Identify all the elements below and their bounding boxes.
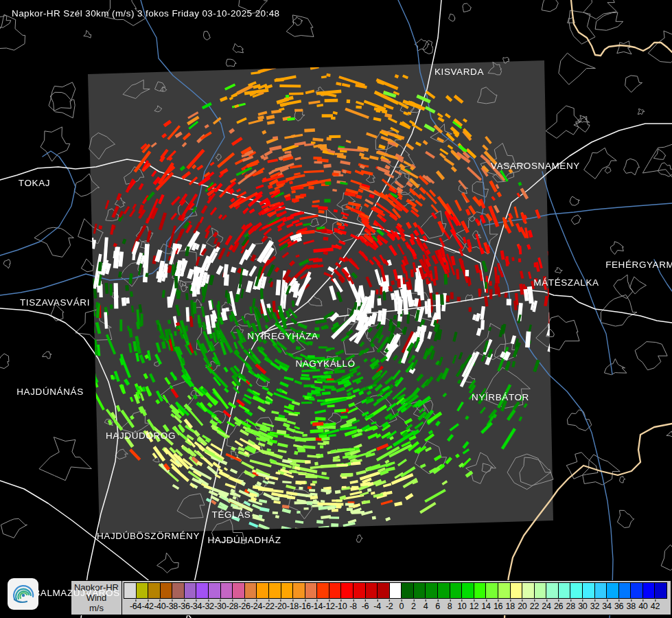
legend-cell [582,582,595,599]
legend-cell [485,582,498,599]
legend-scale-number: -38 [166,602,178,611]
legend-cell [461,582,474,599]
legend-cell [437,582,450,599]
legend-cell [618,582,632,599]
cyclone-spiral-icon [10,581,36,607]
legend-cell [340,582,354,599]
legend-scale-number: -34 [190,602,202,611]
legend-cell [220,582,233,599]
legend-title-line1: Napkor-HR [74,582,119,593]
legend-cell [510,582,523,599]
legend-scale-number: -26 [238,602,250,611]
legend-colorbar [124,582,667,599]
legend-cell [292,582,305,599]
legend-cell [534,582,547,599]
legend-scale-number: -16 [299,602,310,611]
legend-cell [208,582,221,599]
legend-scale-number: 18 [506,602,515,611]
legend-title-line2: Wind [86,593,107,603]
legend-cell [425,582,438,599]
legend-cell [450,582,463,599]
legend-scale-number: -10 [335,602,347,611]
legend-cell [353,582,366,599]
legend-cell [184,582,197,599]
legend-scale-number: -36 [178,602,189,611]
legend-scale-number: -42 [142,602,154,611]
legend-scale-number: 0 [399,602,404,611]
legend-cell [594,582,607,599]
legend-scale-number: 42 [651,602,660,611]
legend-scale-number: -12 [323,602,335,611]
legend-cell [401,582,414,599]
legend-scale-number: -30 [214,602,226,611]
legend-cell [148,582,161,599]
legend-scale-number: -22 [263,602,275,611]
legend-scale-number: -8 [349,602,357,611]
legend-scale-number: 16 [494,602,502,611]
legend-scale-number: 28 [566,602,575,611]
legend-cell [642,582,656,599]
app-logo [8,578,38,610]
legend-cell [570,582,583,599]
legend-cell [389,582,402,599]
legend-scale-number: -40 [154,602,165,611]
legend-scale-number: -64 [130,602,141,611]
radar-map-canvas [0,0,672,618]
legend-cell [281,582,294,599]
legend-scale-number: 38 [627,602,636,611]
legend-scale-number: 14 [481,602,490,611]
legend-scale-number: -2 [386,602,393,611]
legend-scale-number: 32 [590,602,599,611]
legend-scale-number: 36 [614,602,623,611]
legend-title: Napkor-HR Wind m/s [71,581,122,615]
legend-scale-number: 6 [435,602,440,611]
legend-scale-number: -6 [362,602,369,611]
legend-unit: m/s [89,603,104,613]
legend-cell [606,582,619,599]
legend-scale-number: 20 [518,602,526,611]
legend-panel: Napkor-HR Wind m/s -64-42-40-38-36-34-32… [71,580,671,615]
legend-scale-number: -20 [275,602,286,611]
legend-cell [558,582,571,599]
legend-scale-number: 30 [578,602,587,611]
legend-cell [160,582,173,599]
legend-scale-number: 22 [530,602,539,611]
legend-cell [172,582,185,599]
legend-cell [413,582,426,599]
legend-scale-number: -14 [311,602,323,611]
legend-scale-number: -32 [202,602,214,611]
legend-scale-number: -28 [227,602,238,611]
legend-cell [498,582,511,599]
legend-scale-numbers: -64-42-40-38-36-34-32-30-28-26-24-22-20-… [124,599,667,613]
legend-cell [365,582,378,599]
page-title: Napkor-HR Szél 30km (m/s) 3 fokos Friday… [12,8,279,19]
legend-cell [522,582,535,599]
legend-cell [268,582,281,599]
legend-scale-number: 8 [448,602,452,611]
legend-scale-number: -4 [373,602,381,611]
legend-cell [474,582,487,599]
legend-cell [256,582,269,599]
legend-scale-number: 4 [424,602,428,611]
legend-cell [316,582,329,599]
legend-scale-number: 2 [411,602,416,611]
legend-cell [305,582,318,599]
legend-cell [654,582,667,599]
radar-app-screen: Napkor-HR Szél 30km (m/s) 3 fokos Friday… [0,0,672,618]
legend-cell [630,582,643,599]
legend-scale-number: 40 [638,602,647,611]
legend-scale-number: -18 [287,602,299,611]
legend-cell [136,582,149,599]
legend-scale-number: 26 [554,602,563,611]
legend-scale-number: -24 [251,602,262,611]
legend-scale-number: 24 [542,602,551,611]
legend-cell [377,582,390,599]
legend-cell [196,582,209,599]
legend-scale-number: 12 [470,602,478,611]
legend-cell [244,582,257,599]
legend-cell [329,582,342,599]
legend-cell [124,582,137,599]
legend-scale-number: 10 [457,602,466,611]
legend-scale-number: 34 [602,602,611,611]
legend-cell [232,582,245,599]
